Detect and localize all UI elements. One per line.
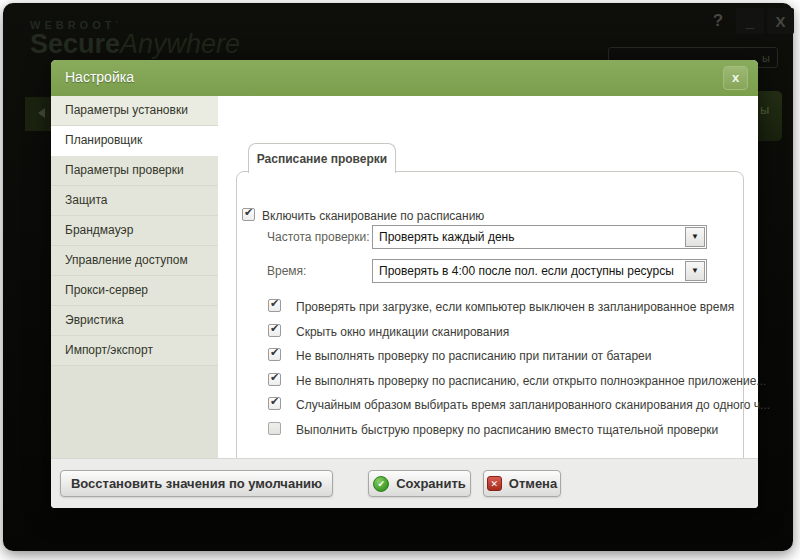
save-check-icon bbox=[373, 476, 389, 492]
dialog-footer: Восстановить значения по умолчанию Сохра… bbox=[51, 458, 758, 508]
settings-dialog: Настройка x Параметры установки Планиров… bbox=[51, 60, 758, 508]
no-scan-on-battery-checkbox[interactable] bbox=[268, 348, 281, 361]
quick-scan-instead-label: Выполнить быструю проверку по расписанию… bbox=[296, 423, 718, 437]
sidebar-item-scan-options[interactable]: Параметры проверки bbox=[51, 156, 218, 186]
no-scan-on-battery-label: Не выполнять проверку по расписанию при … bbox=[296, 349, 651, 363]
settings-sidebar: Параметры установки Планировщик Параметр… bbox=[51, 96, 218, 458]
randomize-scan-time-checkbox[interactable] bbox=[268, 397, 281, 410]
schedule-panel: Включить сканирование по расписанию Част… bbox=[236, 171, 744, 495]
sidebar-item-import-export[interactable]: Импорт/экспорт bbox=[51, 336, 218, 366]
product-name: SecureAnywhere bbox=[30, 31, 240, 57]
hide-scan-window-label: Скрыть окно индикации сканирования bbox=[296, 325, 509, 339]
screen: WEBROOT’ SecureAnywhere ? _ X ы ы Настро… bbox=[0, 0, 800, 560]
minimize-button[interactable]: _ bbox=[736, 8, 764, 34]
sidebar-item-access-control[interactable]: Управление доступом bbox=[51, 246, 218, 276]
hide-scan-window-checkbox[interactable] bbox=[268, 324, 281, 337]
window-close-button[interactable]: X bbox=[767, 8, 794, 34]
sidebar-item-firewall[interactable]: Брандмауэр bbox=[51, 216, 218, 246]
sidebar-item-proxy-server[interactable]: Прокси-сервер bbox=[51, 276, 218, 306]
randomize-scan-time-label: Случайным образом выбирать время заплани… bbox=[296, 398, 770, 412]
scan-on-bootup-checkbox[interactable] bbox=[268, 299, 281, 312]
scan-time-label: Время: bbox=[267, 264, 306, 278]
dropdown-button[interactable]: ▼ bbox=[685, 227, 705, 247]
dialog-close-button[interactable]: x bbox=[723, 66, 748, 90]
cancel-x-icon bbox=[487, 476, 502, 491]
hidden-green-button-fragment: ы bbox=[755, 91, 782, 141]
cancel-button[interactable]: Отмена bbox=[483, 470, 561, 497]
back-nav-fragment bbox=[25, 97, 51, 131]
save-button[interactable]: Сохранить bbox=[368, 470, 471, 497]
settings-content: Расписание проверки Включить сканировани… bbox=[218, 96, 758, 458]
chevron-down-icon: ▼ bbox=[691, 233, 699, 241]
no-scan-fullscreen-checkbox[interactable] bbox=[268, 373, 281, 386]
save-label: Сохранить bbox=[396, 476, 466, 491]
dialog-title: Настройка bbox=[65, 69, 134, 85]
help-button[interactable]: ? bbox=[705, 8, 731, 34]
scan-on-bootup-label: Проверять при загрузке, если компьютер в… bbox=[296, 300, 734, 314]
dialog-body: Параметры установки Планировщик Параметр… bbox=[51, 96, 758, 458]
cancel-label: Отмена bbox=[509, 476, 557, 491]
tab-scan-schedule[interactable]: Расписание проверки bbox=[248, 143, 396, 173]
chevron-down-icon: ▼ bbox=[691, 267, 699, 275]
sidebar-item-protection[interactable]: Защита bbox=[51, 186, 218, 216]
scan-frequency-dropdown[interactable]: Проверять каждый день ▼ bbox=[372, 225, 707, 249]
dialog-header: Настройка x bbox=[51, 60, 758, 96]
sidebar-item-heuristics[interactable]: Эвристика bbox=[51, 306, 218, 336]
no-scan-fullscreen-label: Не выполнять проверку по расписанию, есл… bbox=[296, 374, 766, 388]
back-arrow-icon bbox=[38, 108, 45, 118]
sidebar-item-install-options[interactable]: Параметры установки bbox=[51, 96, 218, 126]
trademark: ’ bbox=[115, 19, 121, 28]
scan-time-value: Проверять в 4:00 после пол. если доступн… bbox=[379, 264, 682, 278]
enable-scheduled-scan-label: Включить сканирование по расписанию bbox=[262, 209, 484, 223]
scan-frequency-label: Частота проверки: bbox=[267, 230, 370, 244]
quick-scan-instead-checkbox[interactable] bbox=[268, 422, 281, 435]
restore-defaults-button[interactable]: Восстановить значения по умолчанию bbox=[60, 470, 333, 497]
scan-time-dropdown[interactable]: Проверять в 4:00 после пол. если доступн… bbox=[372, 259, 707, 283]
webroot-logo: WEBROOT’ SecureAnywhere bbox=[30, 19, 240, 57]
sidebar-item-scheduler[interactable]: Планировщик bbox=[51, 126, 218, 156]
app-window: WEBROOT’ SecureAnywhere ? _ X ы ы Настро… bbox=[3, 3, 793, 551]
restore-defaults-label: Восстановить значения по умолчанию bbox=[71, 476, 322, 491]
enable-scheduled-scan-checkbox[interactable] bbox=[242, 208, 255, 221]
dropdown-button[interactable]: ▼ bbox=[685, 261, 705, 281]
scan-frequency-value: Проверять каждый день bbox=[379, 230, 682, 244]
